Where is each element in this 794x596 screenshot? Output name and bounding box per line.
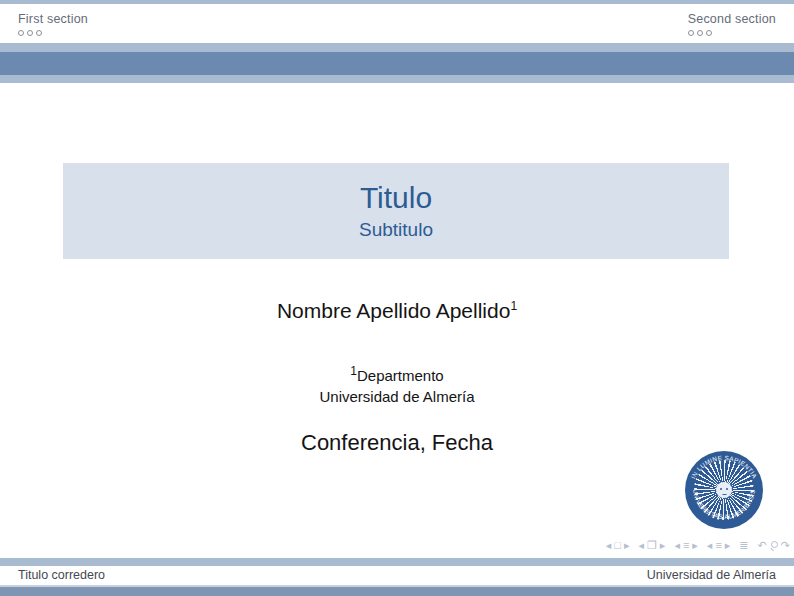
frame-nav-group: ◂ ❐ ▸ xyxy=(638,539,665,552)
seal-motto-top: IN LUMINE SAPIENTIA xyxy=(689,454,759,480)
overlay-frames-icon[interactable]: ❐ xyxy=(647,539,657,552)
institute-department-line: 1Departmento xyxy=(0,361,794,386)
go-back-icon[interactable]: ↶ xyxy=(758,539,767,552)
search-icon[interactable] xyxy=(770,541,778,550)
section-link-first[interactable]: First section xyxy=(18,12,88,26)
next-frame-icon[interactable]: ▸ xyxy=(660,539,666,552)
appendix-nav-group: ≣ xyxy=(739,539,748,552)
mini-frame-dots-first xyxy=(18,30,42,36)
presentation-title: Titulo xyxy=(360,183,432,213)
author-name-text: Nombre Apellido Apellido xyxy=(277,299,510,322)
appendix-icon[interactable]: ≣ xyxy=(739,539,748,552)
footer-institution: Universidad de Almería xyxy=(647,568,776,582)
header-light-band-lower xyxy=(0,75,794,83)
header-steel-band xyxy=(0,52,794,75)
beamer-slide: First section Second section Titulo Subt… xyxy=(0,0,794,596)
next-section-icon[interactable]: ▸ xyxy=(692,539,698,552)
header-section-strip: First section Second section xyxy=(0,4,794,43)
footer-bottom-band xyxy=(0,587,794,596)
mini-frame-dot[interactable] xyxy=(706,30,712,36)
prev-frame-icon[interactable]: ◂ xyxy=(638,539,644,552)
institute-department: Departmento xyxy=(357,367,444,384)
svg-text:IN LUMINE SAPIENTIA: IN LUMINE SAPIENTIA xyxy=(689,454,759,480)
mini-frame-dot[interactable] xyxy=(36,30,42,36)
section-nav-group: ◂ ≡ ▸ xyxy=(674,539,697,552)
mini-frame-dots-second xyxy=(688,30,712,36)
history-nav-group: ↶ ↷ xyxy=(758,539,790,552)
presentation-subtitle: Subtitulo xyxy=(359,220,433,239)
institute-university: Universidad de Almería xyxy=(0,386,794,407)
prev-subsection-icon[interactable]: ◂ xyxy=(707,539,713,552)
title-box: Titulo Subtitulo xyxy=(63,163,729,259)
institute-footnote-mark: 1 xyxy=(350,364,357,378)
footer-short-title: Titulo corredero xyxy=(18,568,105,582)
mini-frame-dot[interactable] xyxy=(27,30,33,36)
go-forward-icon[interactable]: ↷ xyxy=(781,539,790,552)
institute-block: 1Departmento Universidad de Almería xyxy=(0,361,794,407)
section-nav-first: First section xyxy=(18,12,88,36)
university-seal-logo: IN LUMINE SAPIENTIA UNIVERSITAS ALMERIEN… xyxy=(685,451,763,529)
prev-slide-icon[interactable]: ◂ xyxy=(606,539,612,552)
slide-nav-group: ◂ □ ▸ xyxy=(606,539,630,552)
subsection-list-icon[interactable]: ≡ xyxy=(715,539,721,552)
mini-frame-dot[interactable] xyxy=(18,30,24,36)
author-footnote-mark: 1 xyxy=(510,299,517,313)
prev-section-icon[interactable]: ◂ xyxy=(674,539,680,552)
section-nav-second: Second section xyxy=(688,12,776,36)
footer-strip: Titulo corredero Universidad de Almería xyxy=(0,566,794,585)
frame-icon[interactable]: □ xyxy=(614,539,621,552)
subsection-nav-group: ◂ ≡ ▸ xyxy=(707,539,730,552)
beamer-navigation-bar: ◂ □ ▸ ◂ ❐ ▸ ◂ ≡ ▸ ◂ ≡ ▸ ≣ ↶ ↷ xyxy=(606,539,790,552)
next-subsection-icon[interactable]: ▸ xyxy=(725,539,731,552)
next-slide-icon[interactable]: ▸ xyxy=(624,539,630,552)
mini-frame-dot[interactable] xyxy=(697,30,703,36)
conference-date: Conferencia, Fecha xyxy=(0,430,794,456)
footer-light-band xyxy=(0,558,794,566)
section-list-icon[interactable]: ≡ xyxy=(683,539,689,552)
svg-text:UNIVERSITAS ALMERIENSIS: UNIVERSITAS ALMERIENSIS xyxy=(692,489,756,520)
section-link-second[interactable]: Second section xyxy=(688,12,776,26)
seal-motto-text: IN LUMINE SAPIENTIA UNIVERSITAS ALMERIEN… xyxy=(685,451,763,529)
mini-frame-dot[interactable] xyxy=(688,30,694,36)
seal-motto-bottom: UNIVERSITAS ALMERIENSIS xyxy=(692,489,756,520)
header-light-band xyxy=(0,43,794,52)
author-name: Nombre Apellido Apellido1 xyxy=(0,299,794,323)
